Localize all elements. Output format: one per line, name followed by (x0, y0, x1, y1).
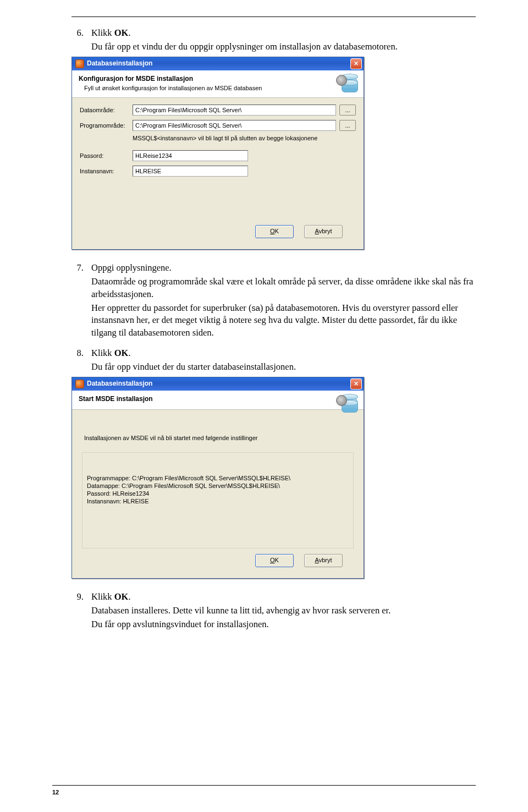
input-password[interactable]: HLReise1234 (133, 150, 248, 161)
step9-text: Klikk (91, 591, 114, 602)
label-instance: Instansnavn: (80, 167, 133, 175)
database-icon (335, 394, 358, 413)
sa-literal: sa (251, 304, 260, 312)
summary-password: Passord: HLReise1234 (87, 490, 349, 498)
ok-button[interactable]: OK (255, 554, 294, 567)
dialog-start: Databaseinstallasjon ✕ Start MSDE instal… (72, 377, 364, 579)
label-data-area: Dataområde: (80, 106, 133, 114)
input-instance[interactable]: HLREISE (133, 166, 248, 177)
step-6: Klikk OK. Du får opp et vindu der du opp… (86, 27, 476, 262)
step-7: Oppgi opplysningene. Dataområde og progr… (86, 262, 476, 347)
close-icon[interactable]: ✕ (350, 58, 362, 69)
step9-p2: Du får opp avslutningsvinduet for instal… (91, 618, 476, 631)
dialog-config: Databaseinstallasjon ✕ Konfigurasjon for… (72, 57, 364, 250)
titlebar: Databaseinstallasjon ✕ (72, 57, 364, 70)
input-program-area[interactable]: C:\Program Files\Microsoft SQL Server\ (133, 120, 336, 131)
cancel-button[interactable]: Avbryt (304, 225, 343, 238)
cancel-button[interactable]: Avbryt (304, 554, 343, 567)
step7-p1: Dataområde og programområde skal være et… (91, 276, 476, 301)
browse-program-button[interactable]: ... (339, 120, 356, 131)
titlebar: Databaseinstallasjon ✕ (72, 377, 364, 391)
summary-instance: Instansnavn: HLREISE (87, 498, 349, 506)
step8-line2: Du får opp vinduet der du starter databa… (91, 361, 476, 374)
top-border (72, 17, 476, 17)
header-title: Start MSDE installasjon (79, 394, 357, 404)
close-icon[interactable]: ✕ (350, 378, 362, 389)
step7-title: Oppgi opplysningene. (91, 262, 172, 273)
browse-data-button[interactable]: ... (339, 105, 356, 116)
step9-ok: OK (114, 591, 129, 602)
database-icon (335, 74, 358, 92)
page-number: 12 (52, 785, 476, 795)
header-title: Konfigurasjon for MSDE installasjon (79, 74, 357, 84)
step6-line2: Du får opp et vindu der du oppgir opplys… (91, 41, 476, 53)
summary-data: Datamappe: C:\Program Files\Microsoft SQ… (87, 482, 349, 490)
dialog-header: Start MSDE installasjon (72, 391, 364, 410)
ok-button[interactable]: OK (255, 225, 294, 238)
step-9: Klikk OK. Databasen installeres. Dette v… (86, 591, 476, 638)
app-icon (75, 380, 84, 388)
step7-p2: Her oppretter du passordet for superbruk… (91, 302, 476, 339)
label-program-area: Programområde: (80, 122, 133, 130)
header-subtitle: Fyll ut ønsket konfigurasjon for install… (84, 84, 357, 92)
step6-ok: OK (114, 28, 129, 38)
input-data-area[interactable]: C:\Program Files\Microsoft SQL Server\ (133, 105, 336, 116)
step8-text: Klikk (91, 348, 114, 358)
window-title: Databaseinstallasjon (87, 59, 152, 68)
path-note: MSSQL$<instansnavn> vil bli lagt til på … (133, 134, 356, 142)
step9-p1: Databasen installeres. Dette vil kunne t… (91, 605, 476, 617)
step6-text: Klikk (91, 28, 114, 38)
app-icon (75, 59, 84, 68)
window-title: Databaseinstallasjon (87, 379, 152, 388)
step-8: Klikk OK. Du får opp vinduet der du star… (86, 347, 476, 591)
dialog-header: Konfigurasjon for MSDE installasjon Fyll… (72, 70, 364, 98)
step8-ok: OK (114, 348, 129, 358)
label-password: Passord: (80, 152, 133, 160)
summary-program: Programmappe: C:\Program Files\Microsoft… (87, 475, 349, 482)
start-info: Installasjonen av MSDE vil nå bli starte… (84, 434, 356, 442)
settings-summary: Programmappe: C:\Program Files\Microsoft… (82, 452, 354, 548)
